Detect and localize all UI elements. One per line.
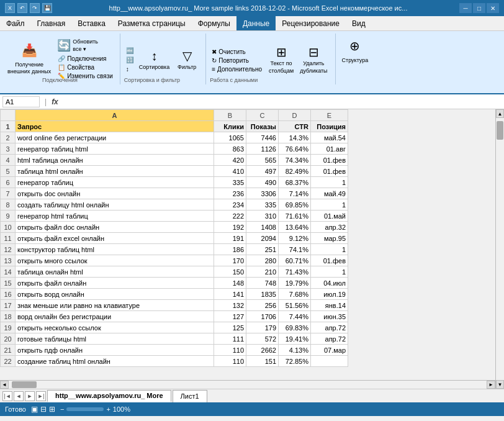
maximize-button[interactable]: □ [473, 3, 485, 13]
cell[interactable]: 51.56% [279, 300, 311, 311]
properties-button[interactable]: 📋 Свойства [56, 63, 115, 71]
col-header-C[interactable]: C [246, 110, 279, 121]
remove-dup-button[interactable]: ⊟ Удалитьдубликаты [297, 43, 330, 76]
cell[interactable]: июн.35 [311, 311, 348, 322]
close-button[interactable]: ✕ [487, 3, 499, 13]
cell[interactable]: 111 [214, 333, 246, 345]
scroll-right-button[interactable]: ► [487, 381, 495, 389]
cell[interactable]: 1 [311, 177, 348, 188]
cell[interactable]: 150 [214, 266, 246, 278]
structure-button[interactable]: ⊕ Структура [340, 35, 371, 66]
cell[interactable]: генератор таблиц html [16, 143, 214, 155]
cell[interactable]: 110 [214, 345, 246, 356]
menu-review[interactable]: Рецензирование [276, 16, 346, 30]
menu-data[interactable]: Данные [236, 16, 276, 30]
tab-next-button[interactable]: ► [25, 391, 35, 401]
cell[interactable]: 19.79% [279, 278, 311, 289]
cell[interactable]: открыть файл excel онлайн [16, 233, 214, 244]
redo-icon[interactable]: ↷ [30, 3, 40, 13]
row-number[interactable]: 18 [1, 311, 16, 322]
cell[interactable]: 335 [246, 199, 279, 210]
menu-insert[interactable]: Вставка [71, 16, 112, 30]
text-to-col-button[interactable]: ⊞ Текст постолбцам [266, 43, 296, 76]
scroll-down-button[interactable]: ▼ [496, 380, 504, 389]
cell[interactable]: word online без регистрации [16, 132, 214, 143]
col-header-E[interactable]: E [311, 110, 348, 121]
cell[interactable]: CTR [279, 121, 311, 132]
cell[interactable]: 497 [246, 166, 279, 177]
cell[interactable]: открыть несколько ссылок [16, 322, 214, 333]
cell[interactable]: 71.61% [279, 210, 311, 222]
horizontal-scrollbar[interactable]: ◄ ► [0, 380, 495, 389]
cell[interactable]: открыть много ссылок [16, 255, 214, 266]
scroll-left-button[interactable]: ◄ [0, 381, 9, 389]
cell[interactable]: 410 [214, 166, 246, 177]
cell[interactable]: 748 [246, 278, 279, 289]
cell[interactable]: 19.41% [279, 333, 311, 345]
cell[interactable]: Клики [214, 121, 246, 132]
cell[interactable]: 2094 [246, 233, 279, 244]
cell[interactable]: 69.83% [279, 322, 311, 333]
cell[interactable]: 141 [214, 289, 246, 300]
cell[interactable]: Позиция [311, 121, 348, 132]
cell[interactable]: 74.1% [279, 244, 311, 255]
row-number[interactable]: 2 [1, 132, 16, 143]
cell[interactable]: 222 [214, 210, 246, 222]
cell[interactable]: 186 [214, 244, 246, 255]
scroll-thumb-vert[interactable] [497, 121, 503, 140]
clear-button[interactable]: ✖ Очистить [210, 48, 264, 56]
tab-first-button[interactable]: |◄ [2, 391, 12, 401]
cell[interactable]: 4.13% [279, 345, 311, 356]
cell[interactable]: 1 [311, 244, 348, 255]
row-number[interactable]: 12 [1, 244, 16, 255]
row-number[interactable]: 6 [1, 177, 16, 188]
sheet-wrapper[interactable]: A B C D E 1ЗапросКликиПоказыCTRПозиция2w… [0, 109, 504, 389]
cell[interactable]: 1706 [246, 311, 279, 322]
cell[interactable]: 60.71% [279, 255, 311, 266]
cell[interactable]: открыть файл doc онлайн [16, 222, 214, 233]
cell[interactable]: 148 [214, 278, 246, 289]
view-pagebreak-icon[interactable]: ⊞ [49, 405, 55, 414]
cell[interactable]: 9.12% [279, 233, 311, 244]
cell[interactable]: 1 [311, 199, 348, 210]
cell[interactable]: 863 [214, 143, 246, 155]
quick-save-icon[interactable]: 💾 [42, 3, 52, 13]
cell[interactable]: 13.64% [279, 222, 311, 233]
cell[interactable]: 76.64% [279, 143, 311, 155]
cell[interactable]: 14.3% [279, 132, 311, 143]
reapply-button[interactable]: ↻ Повторить [210, 57, 264, 65]
menu-formulas[interactable]: Формулы [192, 16, 236, 30]
cell[interactable]: 72.85% [279, 356, 311, 367]
scroll-track-vert[interactable] [496, 118, 504, 380]
tab-prev-button[interactable]: ◄ [14, 391, 24, 401]
cell[interactable] [311, 356, 348, 367]
cell[interactable]: 565 [246, 155, 279, 166]
cell[interactable]: знак меньше или равно на клавиатуре [16, 300, 214, 311]
cell[interactable]: 191 [214, 233, 246, 244]
cell[interactable]: открыть doc онлайн [16, 188, 214, 199]
row-number[interactable]: 4 [1, 155, 16, 166]
cell[interactable]: 280 [246, 255, 279, 266]
row-number[interactable]: 22 [1, 356, 16, 367]
row-number[interactable]: 10 [1, 222, 16, 233]
cell[interactable]: 1835 [246, 289, 279, 300]
cell[interactable]: июл.19 [311, 289, 348, 300]
advanced-button[interactable]: ≡ Дополнительно [210, 65, 264, 73]
menu-page-layout[interactable]: Разметка страницы [112, 16, 192, 30]
cell[interactable]: 7.14% [279, 188, 311, 199]
cell[interactable]: 1065 [214, 132, 246, 143]
row-number[interactable]: 1 [1, 121, 16, 132]
cell[interactable]: 234 [214, 199, 246, 210]
cell[interactable]: 236 [214, 188, 246, 199]
menu-home[interactable]: Главная [31, 16, 72, 30]
col-header-A[interactable]: A [16, 110, 214, 121]
cell[interactable]: янв.14 [311, 300, 348, 311]
cell[interactable]: открыть ворд онлайн [16, 289, 214, 300]
zoom-plus-icon[interactable]: + [106, 405, 110, 413]
row-number[interactable]: 16 [1, 289, 16, 300]
sort-custom-button[interactable]: ↕ [124, 65, 135, 73]
cell[interactable]: 7.44% [279, 311, 311, 322]
undo-icon[interactable]: ↶ [17, 3, 27, 13]
cell[interactable]: ворд онлайн без регистрации [16, 311, 214, 322]
row-number[interactable]: 8 [1, 199, 16, 210]
